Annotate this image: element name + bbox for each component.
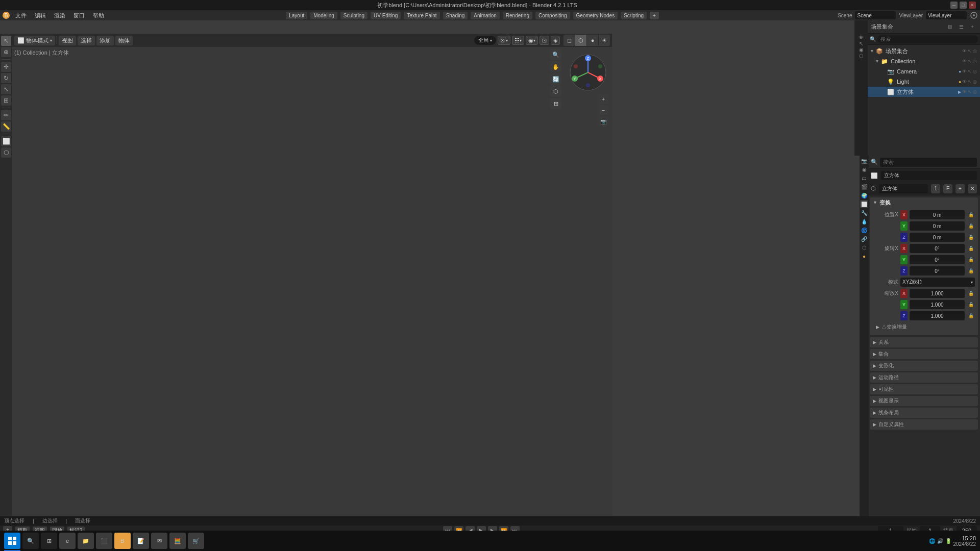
render-icon[interactable]: ◎ bbox=[973, 48, 977, 54]
modifier-props-btn[interactable]: 🔧 bbox=[860, 209, 868, 217]
loc-y-field[interactable]: 0 m bbox=[910, 221, 965, 231]
eye-icon[interactable]: 👁 bbox=[962, 79, 967, 84]
scene-props-btn[interactable]: 🎬 bbox=[860, 183, 868, 191]
camera-view-btn[interactable]: 📷 bbox=[598, 116, 608, 127]
outliner-render-btn[interactable]: ⬡ bbox=[859, 53, 864, 59]
measure-tool-btn[interactable]: 📏 bbox=[1, 121, 11, 132]
render-icon[interactable]: ◎ bbox=[973, 59, 977, 64]
view-menu[interactable]: 视图 bbox=[59, 36, 76, 45]
constraints-props-btn[interactable]: 🔗 bbox=[860, 235, 868, 243]
maximize-button[interactable]: □ bbox=[960, 2, 967, 9]
workspace-btn8[interactable]: Rendering bbox=[503, 12, 532, 19]
outliner-filter-icon[interactable]: ⊞ bbox=[945, 22, 954, 32]
overlay-btn[interactable]: ⊡ bbox=[540, 36, 549, 45]
menu-render[interactable]: 渲染 bbox=[51, 11, 68, 20]
volume-icon[interactable]: 🔊 bbox=[937, 538, 943, 544]
start-button[interactable] bbox=[4, 533, 20, 549]
transform-tool-btn[interactable]: ⊞ bbox=[1, 95, 11, 106]
close-button[interactable]: ✕ bbox=[969, 2, 976, 9]
taskview-btn[interactable]: ⊞ bbox=[41, 533, 57, 549]
cursor-tool-btn[interactable]: ⊕ bbox=[1, 47, 11, 57]
add-obj-btn[interactable]: ⬡ bbox=[1, 147, 11, 158]
transform-btn[interactable]: ◉▾ bbox=[526, 36, 538, 45]
eye-icon[interactable]: 👁 bbox=[962, 59, 967, 64]
workspace-btn9[interactable]: Compositing bbox=[535, 12, 570, 19]
outliner-hide-btn[interactable]: ◉ bbox=[859, 47, 864, 53]
outliner-sort-icon[interactable]: ☰ bbox=[957, 22, 966, 32]
lock-z-icon[interactable]: 🔒 bbox=[967, 233, 975, 242]
eye-icon[interactable]: 👁 bbox=[962, 48, 967, 54]
workspace-btn7[interactable]: Animation bbox=[471, 12, 499, 19]
output-props-btn[interactable]: ◉ bbox=[860, 165, 868, 173]
notepad-icon[interactable]: 📝 bbox=[133, 533, 149, 549]
terminal-icon[interactable]: ⬛ bbox=[96, 533, 112, 549]
outliner-row-camera[interactable]: 📷 Camera ● 👁 ↖ ◎ bbox=[868, 66, 980, 77]
calculator-icon[interactable]: 🧮 bbox=[169, 533, 186, 549]
workspace-btn4[interactable]: UV Editing bbox=[371, 12, 401, 19]
search-taskbar-btn[interactable]: 🔍 bbox=[22, 533, 39, 549]
global-dropdown[interactable]: 全局 ▾ bbox=[474, 36, 496, 45]
material-props-btn[interactable]: ● bbox=[860, 252, 868, 260]
scale-lock-x-icon[interactable]: 🔒 bbox=[967, 289, 975, 298]
object-name-field[interactable]: 立方体 bbox=[881, 171, 977, 180]
zoom-out-btn[interactable]: − bbox=[598, 105, 608, 115]
wireframe-shading-btn[interactable]: ◻ bbox=[564, 35, 575, 46]
outliner-row-light[interactable]: 💡 Light ● 👁 ↖ ◎ bbox=[868, 77, 980, 87]
instancing-header[interactable]: ▶ 变形化 bbox=[870, 361, 978, 371]
delta-transform-row[interactable]: ▶ △变换增量 bbox=[873, 322, 975, 332]
object-mode-dropdown[interactable]: ⬜ 物体模式 ▾ bbox=[14, 36, 55, 45]
scale-z-field[interactable]: 1.000 bbox=[910, 311, 965, 320]
workspace-add-btn[interactable]: + bbox=[650, 12, 659, 19]
workspace-btn[interactable]: Layout bbox=[286, 12, 307, 19]
viewlayer-input[interactable]: ViewLayer bbox=[926, 11, 967, 19]
minimize-button[interactable]: ─ bbox=[950, 2, 958, 9]
workspace-btn10[interactable]: Geometry Nodes bbox=[573, 12, 618, 19]
menu-help[interactable]: 帮助 bbox=[90, 11, 107, 20]
view-layer-props-btn[interactable]: 🗂 bbox=[860, 174, 868, 182]
view-rotate-icon[interactable]: 🔄 bbox=[550, 73, 561, 85]
add-menu[interactable]: 添加 bbox=[96, 36, 114, 45]
outliner-sel-btn[interactable]: ↖ bbox=[859, 41, 863, 46]
mesh-name-field[interactable]: 立方体 bbox=[879, 184, 928, 193]
workspace-btn5[interactable]: Texture Paint bbox=[404, 12, 439, 19]
menu-window[interactable]: 窗口 bbox=[70, 11, 88, 20]
rot-z-field[interactable]: 0° bbox=[910, 266, 965, 276]
outliner-row-cube[interactable]: ⬜ 立方体 ▶ 👁 ↖ ◎ bbox=[868, 87, 980, 97]
scale-tool-btn[interactable]: ⤡ bbox=[1, 84, 11, 94]
world-props-btn[interactable]: 🌍 bbox=[860, 191, 868, 199]
scene-input[interactable]: Scene bbox=[855, 11, 896, 19]
menu-edit[interactable]: 编辑 bbox=[32, 11, 49, 20]
scale-lock-z-icon[interactable]: 🔒 bbox=[967, 311, 975, 320]
menu-file[interactable]: 文件 bbox=[12, 11, 30, 20]
workspace-btn2[interactable]: Modeling bbox=[310, 12, 337, 19]
loc-x-field[interactable]: 0 m bbox=[910, 210, 965, 219]
explorer-icon[interactable]: 📁 bbox=[78, 533, 94, 549]
outliner-row-collection[interactable]: ▼ 📁 Collection 👁 ↖ ◎ bbox=[868, 56, 980, 66]
cursor-icon[interactable]: ↖ bbox=[968, 79, 972, 84]
annotate-tool-btn[interactable]: ✏ bbox=[1, 110, 11, 120]
material-shading-btn[interactable]: ● bbox=[587, 35, 598, 46]
scale-lock-y-icon[interactable]: 🔒 bbox=[967, 300, 975, 309]
relations-header[interactable]: ▶ 关系 bbox=[870, 337, 978, 347]
object-props-btn[interactable]: ⬜ bbox=[860, 200, 868, 208]
edge-icon[interactable]: e bbox=[59, 533, 76, 549]
xray-btn[interactable]: ◈ bbox=[551, 36, 560, 45]
viewport-3d[interactable]: 用户透视 ⬜ 物体模式 ▾ 视图 选择 添加 物体 全局 ▾ ⊙▾ ☷▾ ◉▾ … bbox=[0, 34, 612, 525]
data-props-btn[interactable]: ⬡ bbox=[860, 243, 868, 252]
transform-section-header[interactable]: ▼ 变换 bbox=[870, 197, 978, 208]
cursor-icon[interactable]: ↖ bbox=[968, 59, 972, 64]
rot-y-field[interactable]: 0° bbox=[910, 255, 965, 264]
rot-lock-y-icon[interactable]: 🔒 bbox=[967, 255, 975, 264]
visibility-header[interactable]: ▶ 可见性 bbox=[870, 384, 978, 394]
solid-shading-btn[interactable]: ⬡ bbox=[575, 35, 586, 46]
eye-icon[interactable]: 👁 bbox=[962, 69, 967, 74]
render-icon[interactable]: ◎ bbox=[973, 89, 977, 94]
rotation-mode-dropdown[interactable]: XYZ欧拉 ▾ bbox=[900, 278, 975, 287]
scale-x-field[interactable]: 1.000 bbox=[910, 289, 965, 298]
mesh-fake-user-icon[interactable]: F bbox=[943, 184, 952, 193]
view-pan-icon[interactable]: ✋ bbox=[550, 61, 561, 72]
line-art-header[interactable]: ▶ 线条布局 bbox=[870, 408, 978, 418]
mesh-unlink-icon[interactable]: ✕ bbox=[968, 184, 977, 193]
render-icon[interactable]: ◎ bbox=[973, 79, 977, 84]
physics-props-btn[interactable]: 🌀 bbox=[860, 226, 868, 234]
